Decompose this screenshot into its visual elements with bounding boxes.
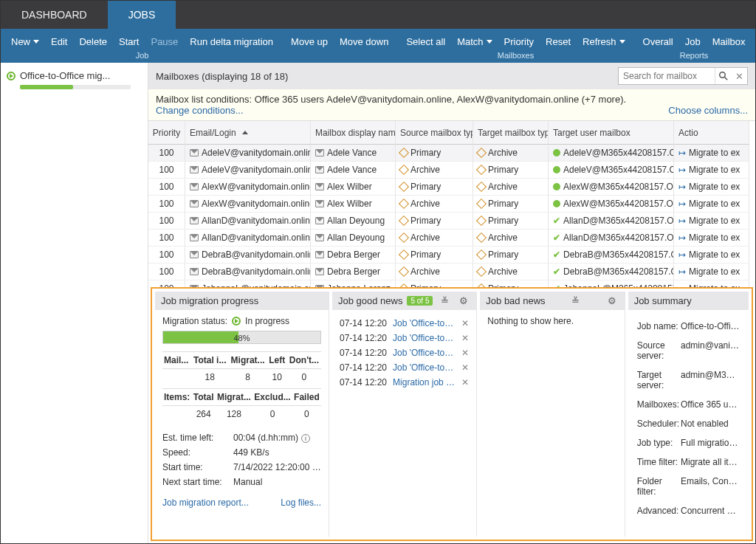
info-icon[interactable]: i (301, 434, 310, 443)
summary-row: Scheduler:Not enabled (637, 415, 740, 433)
col-priority[interactable]: Priority (148, 121, 185, 145)
toolbar-group-reports-label: Reports (680, 50, 709, 61)
cell-tgt-user: AlexW@M365x44208157.OnMi (549, 196, 674, 213)
summary-key: Target server: (637, 366, 679, 394)
news-link[interactable]: Job 'Office-to-Offic... (393, 362, 456, 373)
cell-email[interactable]: AdeleV@vanitydomain.online (185, 145, 311, 162)
new-button[interactable]: New (5, 33, 45, 50)
news-time: 07-14 12:20 (340, 362, 387, 373)
edit-button[interactable]: Edit (45, 33, 73, 50)
cell-priority: 100 (148, 230, 185, 247)
news-time: 07-14 12:20 (340, 377, 387, 388)
cell-action[interactable]: ↦ Migrate to ex (674, 247, 749, 264)
cell-email[interactable]: AllanD@vanitydomain.online (185, 230, 311, 247)
col-action[interactable]: Actio (674, 121, 749, 145)
news-link[interactable]: Migration job 'Offi... (393, 377, 456, 388)
cell-tgt: Archive (473, 179, 549, 196)
cell-email[interactable]: DebraB@vanitydomain.online (185, 247, 311, 264)
move-up-button[interactable]: Move up (285, 33, 334, 50)
tab-dashboard[interactable]: DASHBOARD (1, 1, 108, 29)
sidebar-progress (20, 85, 131, 89)
delete-button[interactable]: Delete (73, 33, 113, 50)
news-link[interactable]: Job 'Office-to-Offic... (393, 348, 456, 358)
mini-td: 264 (192, 406, 216, 423)
migration-report-link[interactable]: Job migration report... (162, 497, 249, 508)
run-delta-button[interactable]: Run delta migration (184, 33, 279, 50)
cell-action[interactable]: ↦ Migrate to ex (674, 196, 749, 213)
overall-button[interactable]: Overall (637, 33, 679, 50)
gear-icon[interactable]: ⚙ (457, 295, 470, 306)
cell-action[interactable]: ↦ Migrate to ex (674, 280, 749, 287)
status-dot-icon (553, 166, 560, 173)
cell-display: Adele Vance (311, 162, 396, 179)
cell-tgt-user: ✔ DebraB@M365x44208157.OnMi (549, 264, 674, 280)
summary-row: Mailboxes:Office 365 user... (637, 396, 740, 413)
log-files-link[interactable]: Log files... (281, 497, 321, 508)
cell-email[interactable]: JohannaL@vanitydomain.online (185, 280, 311, 287)
cell-action[interactable]: ↦ Migrate to ex (674, 145, 749, 162)
cell-display: Johanna Lorenz (311, 280, 396, 287)
tag-icon (400, 285, 408, 287)
news-link[interactable]: Job 'Office-to-Offic... (393, 318, 456, 328)
summary-val: admin@vanityc... (681, 337, 740, 365)
news-link[interactable]: Job 'Office-to-Offic... (393, 333, 456, 343)
cell-email[interactable]: AlexW@vanitydomain.online (185, 196, 311, 213)
cell-email[interactable]: AllanD@vanitydomain.online (185, 213, 311, 230)
sidebar-job-item[interactable]: Office-to-Office mig... (7, 70, 142, 81)
gear-icon[interactable]: ⚙ (605, 295, 619, 306)
envelope-icon (190, 149, 199, 156)
refresh-button[interactable]: Refresh (577, 33, 631, 50)
panel-summary-title: Job summary (634, 295, 692, 306)
cell-email[interactable]: AlexW@vanitydomain.online (185, 179, 311, 196)
envelope-icon (190, 268, 199, 275)
cell-email[interactable]: AdeleV@vanitydomain.online (185, 162, 311, 179)
col-target-type[interactable]: Target mailbox type (473, 121, 549, 145)
change-conditions-link[interactable]: Change conditions... (156, 105, 244, 116)
cell-src: Archive (396, 196, 473, 213)
cell-email[interactable]: DebraB@vanitydomain.online (185, 264, 311, 280)
cell-priority: 100 (148, 145, 185, 162)
close-icon[interactable]: ✕ (731, 71, 747, 82)
priority-button[interactable]: Priority (498, 33, 540, 50)
mailbox-report-button[interactable]: Mailbox (707, 33, 752, 50)
tag-icon (478, 200, 485, 207)
cell-action[interactable]: ↦ Migrate to ex (674, 264, 749, 280)
close-icon[interactable]: ✕ (461, 377, 469, 388)
start-time-value: 7/14/2022 12:20:00 PM (233, 462, 321, 472)
cell-src: Archive (396, 162, 473, 179)
summary-key: Job name: (637, 317, 679, 335)
grid-title-bar: Mailboxes (displaying 18 of 18) ✕ (148, 63, 755, 89)
job-report-button[interactable]: Job (679, 33, 707, 50)
cell-tgt: Primary (473, 213, 549, 230)
col-display[interactable]: Mailbox display name (311, 121, 396, 145)
news-item: 07-14 12:20 Job 'Office-to-Offic... ✕ (340, 316, 469, 331)
tab-jobs[interactable]: JOBS (108, 1, 176, 29)
search-input[interactable] (619, 69, 715, 83)
select-all-button[interactable]: Select all (400, 33, 451, 50)
close-icon[interactable]: ✕ (461, 348, 469, 358)
envelope-icon (315, 149, 324, 156)
col-target-user[interactable]: Target user mailbox (549, 121, 674, 145)
close-icon[interactable]: ✕ (461, 362, 469, 373)
search-icon[interactable] (715, 68, 731, 84)
mini-th: Don't... (287, 352, 321, 369)
cell-action[interactable]: ↦ Migrate to ex (674, 162, 749, 179)
filter-icon[interactable]: ≚ (569, 295, 582, 306)
choose-columns-link[interactable]: Choose columns... (668, 105, 748, 116)
mini-th: Migrat... (216, 389, 252, 406)
move-down-button[interactable]: Move down (334, 33, 394, 50)
match-button[interactable]: Match (451, 33, 498, 50)
cell-tgt-user: ✔ AllanD@M365x44208157.OnMic (549, 213, 674, 230)
cell-action[interactable]: ↦ Migrate to ex (674, 230, 749, 247)
cell-action[interactable]: ↦ Migrate to ex (674, 179, 749, 196)
close-icon[interactable]: ✕ (461, 318, 469, 328)
filter-icon[interactable]: ≚ (439, 295, 451, 306)
pause-button[interactable]: Pause (145, 33, 184, 50)
start-button[interactable]: Start (113, 33, 145, 50)
col-source-type[interactable]: Source mailbox type (396, 121, 473, 145)
close-icon[interactable]: ✕ (461, 333, 469, 343)
col-email[interactable]: Email/Login (185, 121, 311, 145)
reset-button[interactable]: Reset (540, 33, 577, 50)
summary-row: Advanced:Concurrent ma... (637, 502, 740, 520)
cell-action[interactable]: ↦ Migrate to ex (674, 213, 749, 230)
